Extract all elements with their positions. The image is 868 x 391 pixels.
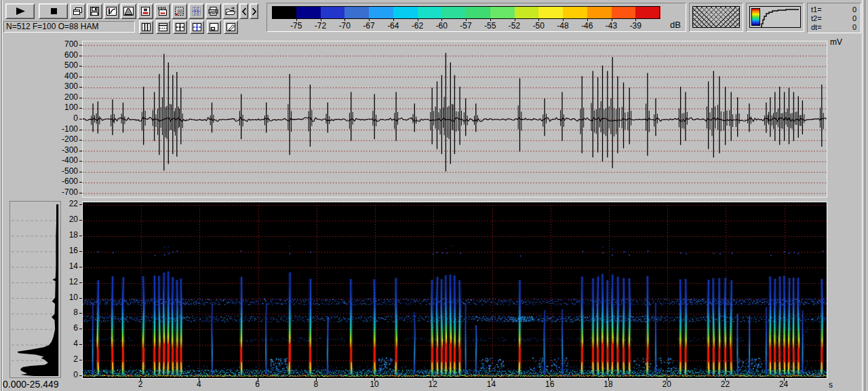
dither-box-icon: [174, 6, 185, 16]
colorbar-label: -70: [334, 21, 355, 31]
sp-x-tick: [433, 378, 433, 381]
sp-x-tick-label: 10: [364, 380, 384, 389]
wf-y-tick-label: -200: [51, 135, 78, 144]
sp-x-tick: [667, 378, 667, 381]
dt-label: dt=: [811, 23, 822, 31]
sp-y-tick: [79, 298, 82, 299]
sp-x-tick: [725, 378, 726, 381]
wf-y-tick: [79, 45, 82, 45]
prev-icon: [241, 7, 248, 16]
colorbar-label: -72: [310, 21, 332, 31]
layout-rows-button[interactable]: [156, 20, 170, 34]
transfer-curve-box: [749, 6, 801, 28]
layout-rows-icon: [158, 22, 168, 32]
cascade-windows-button[interactable]: [70, 3, 85, 19]
sp-y-tick-label: 8: [58, 308, 78, 317]
sp-y-tick-label: 14: [58, 262, 78, 271]
t2-value: 0: [852, 14, 856, 22]
wf-y-tick-label: -700: [51, 188, 78, 197]
peak-icon: [123, 6, 134, 16]
window-right-border-hl: [862, 0, 863, 391]
wf-y-tick-label: -400: [51, 156, 78, 165]
t1-label: t1=: [811, 5, 822, 14]
average-spectrum-panel: [9, 201, 61, 378]
edit-annotation-button[interactable]: [224, 20, 238, 34]
layout-columns-button[interactable]: [139, 20, 153, 34]
layout-cols-icon: [141, 22, 151, 32]
scroll-right-button[interactable]: [250, 3, 258, 19]
layout-grid-cross-button[interactable]: [190, 20, 204, 34]
open-icon: [224, 6, 236, 16]
wf-y-tick: [79, 172, 82, 172]
sp-x-tick-label: 22: [715, 380, 735, 389]
sp-x-tick-label: 8: [306, 380, 326, 389]
colorbar-label: -43: [601, 21, 623, 31]
layout-inset-button[interactable]: [207, 20, 221, 34]
spectrum-peak-button[interactable]: [121, 3, 136, 19]
colorbar-label: -60: [431, 21, 452, 31]
colorbar-unit-label: dB: [670, 20, 681, 30]
sp-x-tick: [550, 378, 551, 381]
layout-cross-icon: [192, 22, 202, 32]
colorbar-label: -67: [358, 21, 380, 31]
export-view-button[interactable]: [138, 3, 153, 19]
wf-y-tick-label: 500: [51, 61, 78, 70]
sp-y-tick-label: 20: [58, 215, 78, 224]
dt-value: 0: [852, 23, 856, 31]
open-file-button[interactable]: [222, 3, 238, 19]
wf-y-tick-label: 0: [51, 114, 78, 123]
scroll-left-button[interactable]: [239, 3, 248, 19]
play-icon: [12, 6, 28, 16]
wf-y-tick-label: -300: [51, 146, 78, 155]
colorbar-label: -50: [528, 21, 549, 31]
colorbar-label: -55: [479, 21, 501, 31]
sp-x-tick-label: 12: [422, 380, 443, 389]
sp-y-tick: [79, 329, 82, 329]
measure-box-button[interactable]: [155, 3, 170, 19]
hist-spectrum-shape: [18, 205, 58, 376]
sp-x-tick-label: 14: [481, 380, 502, 389]
wf-y-tick: [79, 161, 82, 162]
wf-y-tick-label: 600: [51, 51, 78, 60]
sp-y-tick-label: 6: [58, 324, 78, 333]
selection-fill-button[interactable]: [172, 3, 187, 19]
file-time-range-label: 0.000-25.449: [3, 379, 59, 389]
sp-x-tick: [374, 378, 375, 381]
sp-x-tick: [199, 378, 199, 381]
wf-y-tick: [79, 130, 82, 130]
save-button[interactable]: [87, 3, 102, 19]
wf-y-tick-label: 300: [51, 82, 78, 91]
table-export-button[interactable]: S: [189, 3, 204, 19]
wf-y-tick: [79, 108, 82, 109]
sp-y-tick: [79, 344, 82, 345]
print-button[interactable]: [205, 3, 221, 19]
wf-y-tick: [79, 87, 82, 88]
fft-settings-field[interactable]: N=512 F=100 O=88 HAM: [3, 21, 135, 33]
transfer-curve-button[interactable]: [104, 3, 119, 19]
spectrogram-plot[interactable]: [82, 202, 827, 379]
sp-x-tick-label: 20: [656, 380, 677, 389]
colorbar-label: -57: [455, 21, 477, 31]
sp-y-tick: [79, 267, 82, 267]
sp-x-tick-label: 16: [540, 380, 560, 389]
time-markers-panel: t1= 0 t2= 0 dt= 0: [807, 3, 861, 33]
sp-y-tick-label: 16: [58, 246, 78, 255]
export-red-icon: [140, 6, 151, 16]
sp-y-tick-label: 18: [58, 231, 78, 240]
oscillogram-plot[interactable]: [82, 41, 827, 198]
save-icon: [89, 6, 100, 16]
next-icon: [251, 7, 258, 16]
stop-button[interactable]: [39, 3, 68, 19]
colorbar-label: -62: [407, 21, 429, 31]
sp-x-tick-label: 6: [248, 380, 268, 389]
edit-note-icon: [226, 22, 236, 32]
wf-y-tick-label: -600: [51, 177, 78, 186]
layout-inset-icon: [209, 22, 219, 32]
mv-unit-label: mV: [830, 37, 842, 47]
sp-y-tick: [79, 204, 82, 205]
colorbar-label: -46: [576, 21, 598, 31]
app-window: N=512 F=100 O=88 HAM dB -75-72-70-67-64-…: [0, 0, 868, 391]
play-button[interactable]: [5, 3, 35, 19]
wf-y-tick: [79, 182, 82, 183]
layout-grid-button[interactable]: [173, 20, 187, 34]
